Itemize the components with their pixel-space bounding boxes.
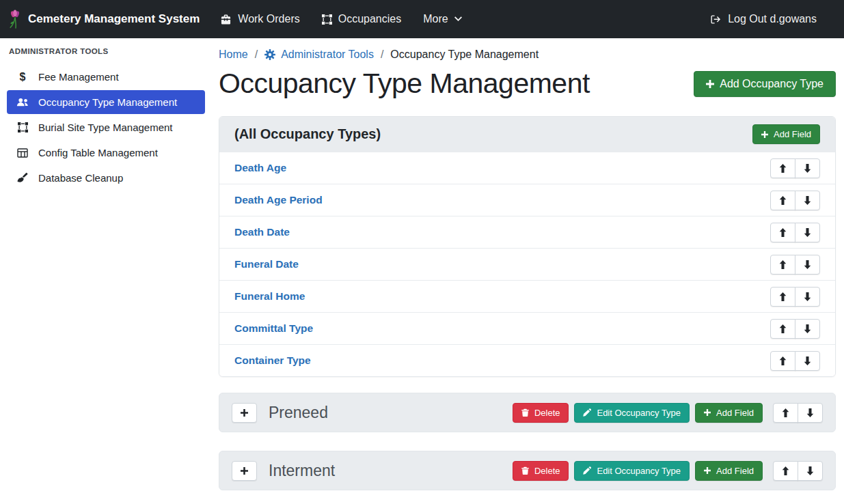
users-icon [16, 97, 29, 107]
arrow-down-icon [804, 196, 811, 205]
brand-title: Cemetery Management System [28, 12, 200, 26]
nav-work-orders[interactable]: Work Orders [209, 7, 310, 31]
move-down-button[interactable] [795, 319, 820, 339]
button-label: Add Field [774, 129, 811, 139]
move-up-button[interactable] [770, 287, 795, 307]
field-row: Container Type [219, 344, 835, 376]
move-down-button[interactable] [795, 223, 820, 242]
logout-link[interactable]: Log Out d.gowans [699, 7, 828, 31]
field-link[interactable]: Funeral Home [234, 290, 305, 303]
move-up-button[interactable] [773, 403, 798, 423]
edit-occupancy-type-button[interactable]: Edit Occupancy Type [574, 403, 690, 423]
edit-occupancy-type-button[interactable]: Edit Occupancy Type [574, 461, 690, 481]
sidebar-item-label: Occupancy Type Management [38, 96, 177, 108]
field-row: Committal Type [219, 312, 835, 344]
button-label: Add Field [716, 466, 754, 476]
move-down-button[interactable] [795, 287, 820, 307]
sidebar-item-fee-management[interactable]: $ Fee Management [7, 65, 205, 89]
arrow-up-icon [779, 324, 787, 333]
all-occupancy-types-panel: (All Occupancy Types) Add Field Death Ag… [219, 116, 836, 377]
panel-actions: Delete Edit Occupancy Type Add Field [513, 461, 823, 481]
sidebar-item-config-table-management[interactable]: Config Table Management [7, 141, 205, 165]
arrow-up-icon [779, 228, 787, 237]
field-link[interactable]: Container Type [234, 354, 311, 367]
field-row: Funeral Home [219, 280, 835, 312]
field-link[interactable]: Committal Type [234, 322, 313, 335]
trash-icon [521, 466, 529, 475]
panel-title: (All Occupancy Types) [234, 126, 381, 142]
arrow-down-icon [804, 164, 811, 173]
sidebar-item-database-cleanup[interactable]: Database Cleanup [7, 166, 205, 190]
logout-label: Log Out d.gowans [728, 13, 817, 25]
button-label: Delete [534, 408, 560, 418]
vector-square-icon [16, 122, 29, 132]
field-link[interactable]: Death Age [234, 162, 286, 174]
occupancy-type-panel-preneed: Preneed Delete Edit Occupancy Type [219, 393, 836, 432]
broom-icon [16, 173, 29, 183]
field-link[interactable]: Funeral Date [234, 258, 299, 270]
top-navbar: Cemetery Management System Work Orders [0, 0, 844, 38]
add-field-button[interactable]: Add Field [752, 124, 820, 144]
move-up-button[interactable] [770, 223, 795, 242]
add-field-button[interactable]: Add Field [695, 461, 763, 481]
arrow-up-icon [779, 356, 787, 365]
breadcrumb-home-link[interactable]: Home [219, 48, 248, 61]
move-down-button[interactable] [798, 403, 823, 423]
gear-icon [264, 49, 275, 60]
move-down-button[interactable] [795, 158, 820, 178]
arrow-up-icon [779, 260, 787, 269]
reorder-button-group [770, 319, 820, 339]
brand[interactable]: Cemetery Management System [8, 9, 200, 29]
move-down-button[interactable] [795, 351, 820, 371]
panel-actions: Delete Edit Occupancy Type Add Field [513, 403, 823, 423]
move-down-button[interactable] [795, 255, 820, 275]
work-orders-icon [220, 14, 232, 25]
occupancies-icon [322, 14, 332, 25]
reorder-button-group [770, 158, 820, 178]
sidebar-item-label: Database Cleanup [38, 172, 123, 184]
move-up-button[interactable] [770, 319, 795, 339]
delete-button[interactable]: Delete [513, 461, 569, 481]
main-content: Home / [212, 38, 844, 504]
add-field-button[interactable]: Add Field [695, 403, 763, 423]
arrow-down-icon [804, 292, 811, 301]
move-up-button[interactable] [770, 191, 795, 210]
sidebar-item-burial-site-type-management[interactable]: Burial Site Type Management [7, 115, 205, 139]
expand-button[interactable] [232, 403, 257, 423]
plus-icon [704, 467, 711, 474]
move-down-button[interactable] [795, 191, 820, 210]
arrow-up-icon [779, 292, 787, 301]
move-up-button[interactable] [770, 158, 795, 178]
nav-label: Work Orders [238, 13, 299, 25]
expand-button[interactable] [232, 461, 257, 481]
arrow-up-icon [782, 408, 789, 417]
field-link[interactable]: Death Date [234, 226, 290, 238]
button-label: Add Occupancy Type [720, 78, 823, 90]
move-up-button[interactable] [770, 351, 795, 371]
breadcrumb-current: Occupancy Type Management [390, 48, 539, 61]
sidebar-item-label: Config Table Management [38, 147, 158, 158]
dollar-icon: $ [16, 72, 29, 83]
nav-occupancies[interactable]: Occupancies [311, 7, 413, 31]
field-row: Funeral Date [219, 248, 835, 280]
app-root: Cemetery Management System Work Orders [0, 0, 844, 504]
panel-header: (All Occupancy Types) Add Field [219, 117, 835, 152]
arrow-down-icon [806, 408, 814, 417]
sidebar-item-occupancy-type-management[interactable]: Occupancy Type Management [7, 90, 205, 114]
delete-button[interactable]: Delete [513, 403, 569, 423]
plus-icon [706, 80, 714, 88]
primary-nav: Work Orders Occupancies More [209, 7, 472, 31]
field-link[interactable]: Death Age Period [234, 194, 323, 206]
pencil-icon [583, 466, 591, 475]
breadcrumb-administrator-tools-link[interactable]: Administrator Tools [264, 48, 374, 61]
move-up-button[interactable] [773, 461, 798, 481]
reorder-button-group [773, 403, 823, 423]
sidebar-item-label: Burial Site Type Management [38, 122, 173, 133]
nav-more[interactable]: More [412, 7, 472, 31]
move-down-button[interactable] [798, 461, 823, 481]
breadcrumb: Home / [219, 48, 836, 61]
add-occupancy-type-button[interactable]: Add Occupancy Type [694, 71, 836, 97]
move-up-button[interactable] [770, 255, 795, 275]
sidebar-item-label: Fee Management [38, 71, 119, 83]
breadcrumb-label: Administrator Tools [281, 48, 374, 61]
